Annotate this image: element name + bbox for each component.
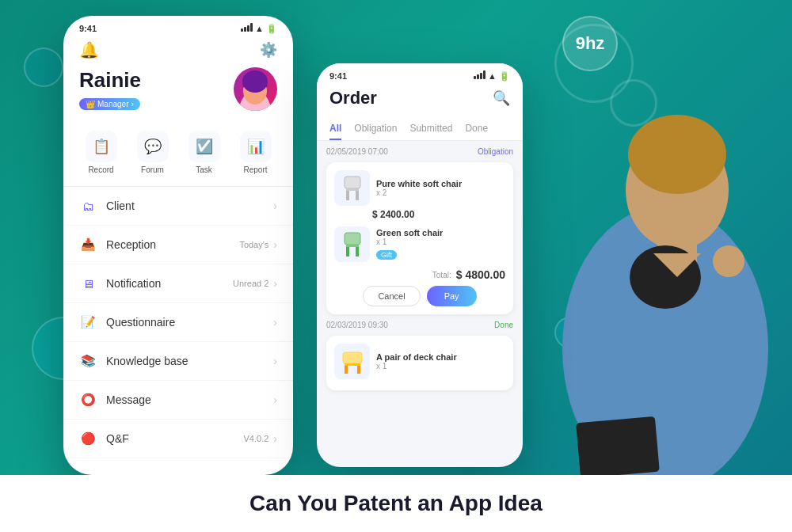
- svg-rect-16: [356, 191, 359, 200]
- wifi-icon-2: ▲: [488, 71, 499, 81]
- profile-left: Rainie 👑 Manager ›: [79, 68, 141, 110]
- deco-circle-2: [24, 48, 63, 87]
- menu-item-qf[interactable]: 🔴 Q&F V4.0.2 ›: [63, 420, 293, 458]
- avatar-svg: [234, 67, 277, 111]
- nav-report[interactable]: 📊 Report: [240, 131, 272, 174]
- svg-rect-15: [346, 191, 349, 200]
- svg-point-2: [628, 115, 726, 194]
- done-badge: Done: [494, 321, 513, 329]
- battery-icon: 🔋: [266, 24, 277, 33]
- item1-price: $ 2400.00: [334, 209, 505, 220]
- order1-date: 02/05/2019 07:00: [326, 147, 388, 156]
- settings-icon[interactable]: ⚙️: [260, 41, 277, 59]
- nav-record[interactable]: 📋 Record: [86, 131, 117, 174]
- main-area: 9hz 9:41: [0, 0, 792, 475]
- svg-rect-7: [576, 416, 660, 475]
- menu-item-notification[interactable]: 🖥 Notification Unread 2 ›: [63, 264, 293, 303]
- item1-info: Pure white soft chair x 2: [376, 179, 505, 197]
- knowledge-icon: 📚: [79, 352, 97, 370]
- phone1-header: 🔔 ⚙️: [63, 37, 293, 67]
- order1-total-row: Total: $ 4800.00: [334, 268, 505, 281]
- chair-green-image: [334, 226, 370, 262]
- menu-item-knowledge-base[interactable]: 📚 Knowledge base ›: [63, 342, 293, 381]
- manager-badge: 👑 Manager ›: [79, 98, 140, 110]
- person-svg: [539, 32, 792, 475]
- arrow-icon: ›: [273, 277, 277, 290]
- menu-item-message[interactable]: ⭕ Message ›: [63, 381, 293, 420]
- order2-card: A pair of deck chair x 1: [326, 336, 513, 390]
- phone2-status-bar: 9:41 ▲ 🔋: [317, 63, 523, 85]
- total-amount: $ 4800.00: [456, 268, 505, 281]
- tab-all[interactable]: All: [329, 118, 341, 140]
- wifi-icon: ▲: [255, 24, 266, 33]
- svg-rect-14: [346, 188, 359, 191]
- battery-icon-2: 🔋: [499, 71, 510, 81]
- signal-bars-2: [474, 70, 485, 79]
- order-title: Order: [329, 88, 377, 108]
- person-area: [515, 16, 792, 475]
- signal-bars: [241, 22, 253, 32]
- bottom-bar: Can You Patent an App Idea: [0, 475, 792, 532]
- svg-rect-23: [345, 366, 348, 374]
- svg-rect-21: [343, 352, 362, 363]
- svg-rect-17: [345, 233, 360, 245]
- nav-task[interactable]: ☑️ Task: [188, 131, 220, 174]
- tab-obligation[interactable]: Obligation: [354, 118, 397, 140]
- gift-tag: Gift: [376, 250, 397, 260]
- svg-rect-13: [345, 177, 360, 188]
- svg-rect-18: [346, 245, 359, 247]
- phone-1: 9:41 ▲ 🔋 🔔 ⚙️ Rainie 👑: [63, 16, 293, 475]
- profile-section: Rainie 👑 Manager ›: [63, 67, 293, 123]
- tab-submitted[interactable]: Submitted: [409, 118, 452, 140]
- menu-item-reception[interactable]: 📥 Reception Today's ›: [63, 226, 293, 264]
- pay-button[interactable]: Pay: [427, 286, 477, 306]
- avatar[interactable]: [234, 67, 277, 111]
- profile-name: Rainie: [79, 68, 141, 93]
- nav-forum[interactable]: 💬 Forum: [137, 131, 169, 174]
- tab-done[interactable]: Done: [465, 118, 488, 140]
- notification-icon: 🖥: [79, 275, 97, 292]
- menu-item-questionnaire[interactable]: 📝 Questionnaire ›: [63, 303, 293, 342]
- svg-point-9: [713, 245, 744, 277]
- svg-rect-20: [356, 247, 359, 256]
- arrow-icon: ›: [273, 355, 277, 367]
- order1-item1: Pure white soft chair x 2: [334, 170, 505, 206]
- order2-date: 02/03/2019 09:30: [326, 321, 388, 329]
- svg-rect-24: [357, 366, 360, 374]
- menu-item-client[interactable]: 🗂 Client ›: [63, 187, 293, 226]
- order-content: 02/05/2019 07:00 Obligation P: [317, 141, 523, 467]
- tabs-row: All Obligation Submitted Done: [317, 118, 523, 141]
- cancel-button[interactable]: Cancel: [363, 286, 420, 306]
- phone-2: 9:41 ▲ 🔋 Order 🔍 All Obligation Submitte…: [317, 63, 523, 467]
- svg-rect-22: [345, 363, 360, 366]
- page-title: Can You Patent an App Idea: [249, 491, 543, 516]
- phone1-time: 9:41: [79, 24, 97, 33]
- action-row: Cancel Pay: [334, 286, 505, 306]
- menu-list: 🗂 Client › 📥 Reception Today's › 🖥 Notif…: [63, 187, 293, 475]
- crown-icon: 👑: [86, 100, 95, 108]
- order2-date-row: 02/03/2019 09:30 Done: [326, 321, 513, 329]
- client-icon: 🗂: [79, 197, 97, 215]
- phone2-time: 9:41: [329, 71, 347, 81]
- message-icon: ⭕: [79, 391, 97, 408]
- item2-info: Green soft chair x 1 Gift: [376, 228, 505, 260]
- arrow-icon: ›: [273, 316, 277, 329]
- bell-icon[interactable]: 🔔: [79, 40, 99, 59]
- svg-rect-19: [346, 247, 349, 256]
- chair-white-image: [334, 170, 370, 206]
- arrow-icon: ›: [273, 432, 277, 445]
- questionnaire-icon: 📝: [79, 314, 97, 331]
- arrow-right-icon: ›: [131, 100, 133, 108]
- qf-icon: 🔴: [79, 430, 97, 447]
- deck-chair-image: [334, 344, 370, 379]
- search-icon[interactable]: 🔍: [493, 89, 510, 107]
- arrow-icon: ›: [273, 200, 277, 212]
- order1-date-row: 02/05/2019 07:00 Obligation: [326, 147, 513, 156]
- reception-icon: 📥: [79, 236, 97, 253]
- total-label: Total:: [432, 271, 451, 279]
- order1-item2: Green soft chair x 1 Gift: [334, 226, 505, 262]
- report-icon: 📊: [240, 131, 272, 162]
- icon-row: 📋 Record 💬 Forum ☑️ Task 📊 Report: [63, 123, 293, 187]
- forum-icon: 💬: [137, 131, 169, 162]
- phone2-header: Order 🔍: [317, 85, 523, 118]
